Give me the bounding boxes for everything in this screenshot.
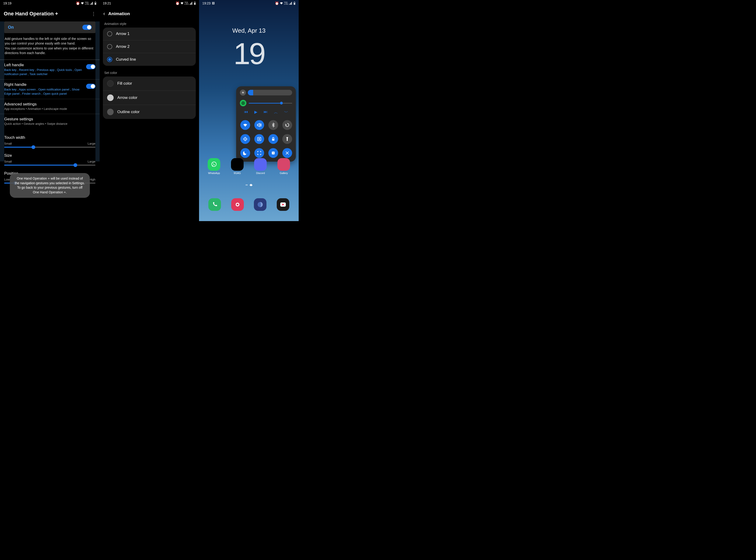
dock-browser[interactable] <box>254 198 267 211</box>
battery-icon <box>194 2 196 5</box>
status-icons: ⏰ Vo))LTE1 <box>275 1 295 5</box>
dock-youtube[interactable] <box>277 198 289 211</box>
image-icon: 🖼 <box>212 2 215 5</box>
battery-icon <box>293 2 295 5</box>
app-discord[interactable]: Discord <box>253 158 267 175</box>
svg-point-10 <box>245 139 246 139</box>
svg-point-17 <box>237 204 238 205</box>
dock <box>199 198 299 211</box>
volte-icon: Vo))LTE1 <box>85 1 89 5</box>
prev-track-icon[interactable]: ⏮ <box>244 109 248 115</box>
outline-color-row[interactable]: Outline color <box>103 105 196 119</box>
media-controls: ⏮ ▶ ⏭ ︿ ﹀ <box>238 108 293 118</box>
color-swatch <box>107 95 114 101</box>
animation-style-label: Animation style <box>100 21 199 27</box>
touch-width-slider[interactable] <box>4 147 95 148</box>
gesture-settings-row[interactable]: Gesture settings Quick action • Gesture … <box>0 114 100 129</box>
spotify-icon[interactable] <box>240 100 246 106</box>
toast-message: One Hand Operation + will be used instea… <box>10 173 90 198</box>
right-handle-toggle[interactable] <box>86 84 95 89</box>
alarm-icon: ⏰ <box>76 1 80 5</box>
chevron-up-icon[interactable]: ︿ <box>274 109 278 115</box>
play-icon[interactable]: ▶ <box>254 109 257 115</box>
right-handle-row[interactable]: Right handle Back key , Apps screen , Op… <box>0 79 100 99</box>
brightness-icon: ☀ <box>240 89 246 96</box>
rotate-toggle[interactable] <box>282 120 292 130</box>
screen-record-toggle[interactable] <box>254 134 264 144</box>
dock-phone[interactable] <box>208 198 221 211</box>
bluetooth-toggle[interactable] <box>268 120 278 130</box>
status-bar: 19:19 ⏰ Vo))LTE1 <box>0 0 100 6</box>
signal-icon <box>90 2 94 5</box>
flashlight-toggle[interactable] <box>282 134 292 144</box>
left-handle-toggle[interactable] <box>86 64 95 69</box>
app-row: WhatsApp 9GAG Discord Gallery <box>199 158 299 175</box>
screen-one-hand-operation: 19:19 ⏰ Vo))LTE1 One Hand Operation + ⋮ … <box>0 0 100 221</box>
brightness-row[interactable]: ☀ <box>238 88 293 98</box>
color-label: Fill color <box>117 81 132 86</box>
media-progress-slider[interactable] <box>249 103 292 103</box>
position-low: Low <box>4 178 10 181</box>
status-bar: 19:23 🖼 ⏰ Vo))LTE1 <box>199 0 299 6</box>
left-handle-subtitle: Back key , Recent key , Previous app , Q… <box>4 68 84 76</box>
back-icon[interactable]: ‹ <box>103 11 105 17</box>
quick-toggle-grid <box>238 118 293 159</box>
radio-curved-line[interactable]: Curved line <box>103 53 196 66</box>
left-edge-handle[interactable] <box>0 21 4 161</box>
alarm-icon: ⏰ <box>275 1 279 5</box>
quick-panel[interactable]: ☀ ⏮ ▶ ⏭ ︿ ﹀ <box>236 86 296 162</box>
page-indicator[interactable] <box>246 184 252 186</box>
svg-rect-7 <box>294 2 295 2</box>
radio-arrow-2[interactable]: Arrow 2 <box>103 40 196 53</box>
fill-color-row[interactable]: Fill color <box>103 77 196 91</box>
color-label: Outline color <box>117 109 139 114</box>
left-handle-row[interactable]: Left handle Back key , Recent key , Prev… <box>0 60 100 79</box>
chevron-down-icon[interactable]: ﹀ <box>284 109 288 115</box>
wifi-toggle[interactable] <box>240 120 250 130</box>
battery-icon <box>95 2 96 5</box>
clock-toggle[interactable] <box>268 148 278 158</box>
right-edge-handle[interactable] <box>95 21 100 161</box>
master-toggle-label: On <box>8 25 14 30</box>
screenshot-toggle[interactable] <box>254 148 264 158</box>
brightness-slider[interactable] <box>248 90 292 95</box>
size-slider[interactable] <box>4 165 95 166</box>
homescreen-date: Wed, Apr 13 <box>199 27 299 34</box>
page-title: Animation <box>108 11 130 16</box>
app-gallery[interactable]: Gallery <box>277 158 291 175</box>
dnd-toggle[interactable] <box>240 148 250 158</box>
homescreen-clock: 19 <box>199 39 299 69</box>
lock-toggle[interactable] <box>268 134 278 144</box>
sound-toggle[interactable] <box>254 120 264 130</box>
location-toggle[interactable] <box>240 134 250 144</box>
volte-icon: Vo))LTE1 <box>185 1 189 5</box>
dock-camera[interactable] <box>231 198 244 211</box>
right-handle-subtitle: Back key , Apps screen , Open notificati… <box>4 87 84 96</box>
page-dot <box>246 184 248 185</box>
more-menu-icon[interactable]: ⋮ <box>91 11 96 17</box>
app-whatsapp[interactable]: WhatsApp <box>207 158 221 175</box>
svg-rect-4 <box>195 2 195 2</box>
right-handle-title: Right handle <box>4 82 84 87</box>
size-high: Large <box>88 160 95 163</box>
arrow-color-row[interactable]: Arrow color <box>103 91 196 105</box>
size-low: Small <box>4 160 12 163</box>
svg-point-15 <box>212 162 216 166</box>
svg-rect-13 <box>272 139 274 141</box>
home-dot-icon <box>250 184 252 186</box>
radio-arrow-1[interactable]: Arrow 1 <box>103 27 196 40</box>
app-label: Discord <box>256 172 265 175</box>
radio-label: Curved line <box>116 57 136 62</box>
media-row <box>238 98 293 108</box>
master-toggle-row[interactable]: On <box>4 21 95 33</box>
master-toggle-switch[interactable] <box>82 25 92 30</box>
next-track-icon[interactable]: ⏭ <box>264 109 268 115</box>
app-9gag[interactable]: 9GAG <box>230 158 244 175</box>
close-toggle[interactable] <box>282 148 292 158</box>
color-label: Arrow color <box>117 95 137 100</box>
gesture-subtitle: Quick action • Gesture angles • Swipe di… <box>4 122 93 125</box>
status-bar: 19:21 ⏰ Vo))LTE1 <box>100 0 199 6</box>
advanced-settings-row[interactable]: Advanced settings App exceptions • Anima… <box>0 99 100 114</box>
radio-icon <box>107 44 112 49</box>
alarm-icon: ⏰ <box>175 1 179 5</box>
